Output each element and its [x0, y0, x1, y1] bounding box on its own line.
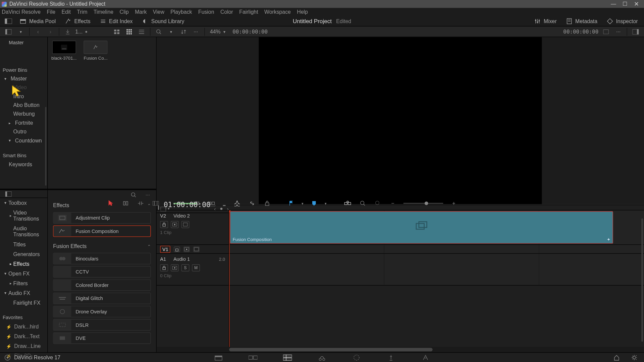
chevron-right-icon[interactable]: ▸: [9, 121, 13, 125]
mediapool-button[interactable]: Media Pool: [17, 16, 58, 25]
bin-item-fortnite[interactable]: ▸Fortnite: [0, 118, 47, 127]
dynamic-trim-icon[interactable]: [136, 199, 145, 207]
nav-fwd-icon[interactable]: ›: [46, 27, 55, 36]
fxtree-titles[interactable]: Titles: [0, 240, 47, 249]
fx-fusion-composition[interactable]: Fusion Composition: [53, 226, 151, 237]
chevron-down-icon[interactable]: ▾: [9, 138, 13, 143]
fxtree-effects[interactable]: ▸Effects: [0, 259, 47, 269]
inspector-button[interactable]: Inspector: [604, 16, 641, 25]
disable-icon[interactable]: [194, 246, 200, 252]
selection-tool-icon[interactable]: [106, 199, 115, 207]
sidebar-toggle-icon[interactable]: [4, 189, 13, 198]
lane-a1[interactable]: [229, 254, 644, 286]
editindex-button[interactable]: Edit Index: [97, 16, 135, 25]
metadata-button[interactable]: Metadata: [563, 16, 600, 25]
track-id[interactable]: V1: [160, 246, 170, 253]
fav-item[interactable]: ⚡Dark...hird: [0, 322, 47, 331]
enlarge-icon[interactable]: [601, 27, 611, 36]
nav-back-icon[interactable]: ‹: [33, 27, 43, 36]
fx-adjustment-clip[interactable]: Adjustment Clip: [53, 212, 151, 224]
page-color-icon[interactable]: [351, 353, 362, 361]
bin-item-intro[interactable]: Intro: [0, 92, 47, 101]
scroll-thumb[interactable]: [229, 348, 433, 352]
fx-colored-border[interactable]: Colored Border: [53, 279, 151, 291]
auto-select-icon[interactable]: [171, 221, 179, 228]
thumb-view-icon[interactable]: [112, 27, 121, 36]
lock-icon[interactable]: [160, 264, 168, 272]
viewer-canvas[interactable]: [157, 37, 644, 204]
timeline-lanes[interactable]: 01:00:00:00 01:00:02:00 01:00:04:00 Fusi…: [229, 210, 644, 347]
close-button[interactable]: ✕: [631, 0, 642, 8]
playhead[interactable]: [229, 210, 229, 347]
zoom-chevron-icon[interactable]: ▾: [223, 29, 226, 34]
page-media-icon[interactable]: [213, 353, 224, 361]
fxtree-audiofx[interactable]: ▾Audio FX: [0, 288, 47, 298]
layout-toggle-icon[interactable]: [4, 16, 13, 25]
trim-tool-icon[interactable]: [121, 199, 130, 207]
menu-view[interactable]: View: [153, 9, 164, 15]
bin-item-countdown[interactable]: ▾Countdown: [0, 136, 47, 145]
clip-fusion-composition[interactable]: Fusion Composition ✦: [230, 211, 613, 243]
bin-dropdown[interactable]: 1...: [75, 28, 83, 35]
menu-clip[interactable]: Clip: [119, 9, 128, 15]
page-fairlight-icon[interactable]: [386, 353, 396, 361]
lane-v2[interactable]: Fusion Composition ✦: [229, 210, 644, 245]
track-id[interactable]: V2: [160, 213, 170, 219]
lane-v1[interactable]: [229, 245, 644, 254]
lock-icon[interactable]: [160, 221, 168, 228]
chevron-down-icon[interactable]: ▾: [16, 27, 25, 36]
bin-item-video[interactable]: Video: [0, 83, 47, 92]
chevron-down-icon[interactable]: ▾: [4, 76, 9, 81]
menu-timeline[interactable]: Timeline: [94, 9, 113, 15]
bin-item-abo[interactable]: Abo Button: [0, 101, 47, 110]
fx-dve[interactable]: DVE: [53, 333, 151, 344]
menu-file[interactable]: File: [47, 9, 56, 15]
mute-icon[interactable]: M: [192, 264, 200, 272]
fx-dslr[interactable]: DSLR: [53, 319, 151, 330]
clip-fusion[interactable]: Fusion Co...: [84, 41, 108, 60]
more-icon[interactable]: ···: [191, 27, 201, 36]
viewer-zoom[interactable]: 44%: [210, 28, 221, 35]
disable-icon[interactable]: [181, 221, 190, 228]
master-bin[interactable]: Master: [0, 37, 47, 47]
maximize-button[interactable]: ☐: [619, 0, 631, 8]
mixer-button[interactable]: Mixer: [531, 16, 559, 25]
chevron-right-icon[interactable]: ▸: [10, 214, 11, 218]
track-head-a1[interactable]: A1Audio 12.0 S M 0 Clip: [157, 254, 229, 286]
chevron-down-icon[interactable]: ▾: [4, 272, 7, 276]
fxgroup-fusion[interactable]: Fusion Effects⌃: [53, 240, 151, 253]
timeline-timecode[interactable]: 01:00:00:00: [164, 201, 211, 209]
scrollbar[interactable]: [45, 107, 47, 186]
grid-view-icon[interactable]: [124, 27, 134, 36]
fx-digital-glitch[interactable]: Digital Glitch: [53, 293, 151, 304]
right-timecode[interactable]: 00:00:00:00: [563, 28, 598, 35]
collapse-icon[interactable]: ⌃: [147, 244, 151, 249]
fav-item[interactable]: ⚡Flip 3D: [0, 351, 47, 361]
fav-item[interactable]: ⚡Dark...Text: [0, 331, 47, 341]
sidebar-toggle-icon[interactable]: [4, 27, 13, 36]
search-icon[interactable]: [129, 190, 139, 199]
fxtree-gen[interactable]: Generators: [0, 249, 47, 259]
solo-icon[interactable]: S: [181, 264, 190, 272]
list-view-icon[interactable]: [137, 27, 146, 36]
smartbin-keywords[interactable]: Keywords: [0, 160, 47, 169]
vscrollbar[interactable]: [641, 218, 643, 342]
fxtree-filters[interactable]: ▸Filters: [0, 279, 47, 288]
auto-select-icon[interactable]: [171, 264, 179, 272]
soundlib-button[interactable]: Sound Library: [139, 16, 187, 25]
settings-icon[interactable]: [629, 353, 640, 361]
clip-black[interactable]: black-3701...: [51, 41, 77, 60]
timeline-hscroll[interactable]: [157, 347, 644, 352]
sort-icon[interactable]: [178, 27, 188, 36]
chevron-down-icon[interactable]: ▾: [4, 291, 7, 295]
fxtree-atrans[interactable]: Audio Transitions: [0, 224, 47, 239]
lock-icon[interactable]: [174, 246, 180, 252]
fxtree-vtrans[interactable]: ▸Video Transitions: [0, 208, 47, 224]
more-icon[interactable]: ···: [143, 190, 153, 199]
page-deliver-icon[interactable]: [420, 353, 431, 361]
more-right-icon[interactable]: ···: [613, 27, 623, 36]
minimize-button[interactable]: —: [608, 0, 619, 8]
page-fusion-icon[interactable]: [317, 353, 327, 361]
menu-edit[interactable]: Edit: [62, 9, 71, 15]
menu-workspace[interactable]: Workspace: [264, 9, 291, 15]
